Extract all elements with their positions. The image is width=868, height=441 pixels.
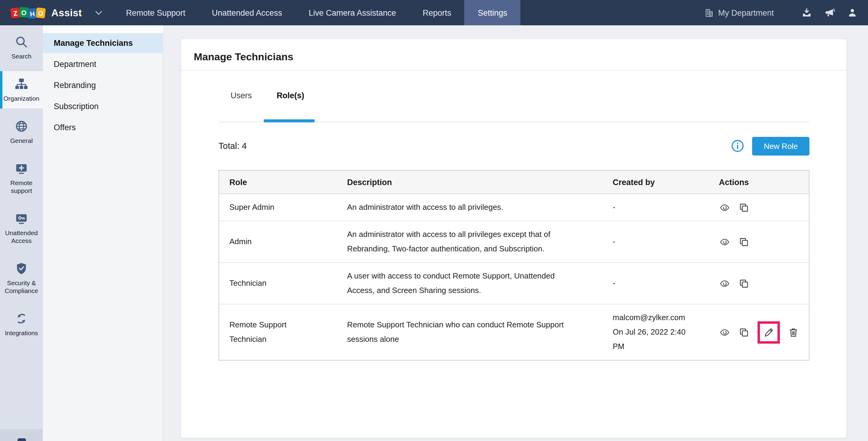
- actions-cell: [709, 236, 809, 247]
- table-row: Admin An administrator with access to al…: [219, 221, 809, 263]
- shield-check-icon: [14, 262, 28, 275]
- sync-icon: [14, 312, 28, 326]
- info-icon[interactable]: [731, 139, 745, 153]
- clone-role-icon[interactable]: [738, 236, 750, 247]
- clone-role-icon[interactable]: [738, 202, 750, 213]
- manage-technicians-card: Manage Technicians Users Role(s) Total: …: [181, 39, 847, 438]
- actions-cell: [709, 202, 809, 213]
- clone-role-icon[interactable]: [738, 327, 750, 338]
- monitor-plus-icon: [14, 162, 28, 175]
- rail-item-security-compliance[interactable]: Security & Compliance: [0, 256, 43, 301]
- created-by-cell: malcom@zylker.com On Jul 26, 2022 2:40 P…: [602, 304, 709, 360]
- tab-roles[interactable]: Role(s): [277, 90, 305, 102]
- nav-item-reports[interactable]: Reports: [409, 0, 464, 25]
- role-cell: Super Admin: [219, 194, 337, 220]
- view-role-icon[interactable]: [719, 202, 731, 213]
- settings-icon-rail: Search Organization General Remote suppo…: [0, 25, 43, 441]
- sidebar-item-manage-technicians[interactable]: Manage Technicians: [43, 33, 163, 53]
- globe-icon: [14, 120, 28, 133]
- main-nav-menu: Remote Support Unattended Access Live Ca…: [113, 0, 520, 25]
- description-cell: An administrator with access to all priv…: [337, 194, 602, 220]
- roles-toolbar: Total: 4 New Role: [218, 136, 809, 156]
- role-cell: Technician: [219, 270, 337, 297]
- view-role-icon[interactable]: [719, 327, 731, 338]
- product-name: Assist: [51, 7, 82, 19]
- main-area: Manage Technicians Users Role(s) Total: …: [163, 25, 868, 441]
- view-role-icon[interactable]: [719, 236, 731, 247]
- tab-users[interactable]: Users: [230, 90, 252, 102]
- zoho-logo-icon: Z O H O: [11, 7, 45, 18]
- new-role-button[interactable]: New Role: [752, 137, 809, 155]
- organization-sidebar: Manage Technicians Department Rebranding…: [43, 25, 163, 441]
- column-header-created-by: Created by: [602, 177, 709, 186]
- rail-label-general: General: [10, 137, 33, 145]
- sidebar-item-rebranding[interactable]: Rebranding: [43, 75, 163, 95]
- sidebar-item-department[interactable]: Department: [43, 54, 163, 74]
- created-by-cell: -: [602, 194, 709, 220]
- table-row: Remote Support Technician Remote Support…: [219, 304, 809, 360]
- rail-label-organization: Organization: [3, 95, 39, 102]
- rail-label-security-compliance: Security & Compliance: [5, 279, 38, 295]
- announcements-icon[interactable]: [823, 7, 835, 19]
- card-content: Users Role(s) Total: 4 New Role: [218, 90, 809, 361]
- chevron-down-icon[interactable]: [95, 10, 102, 15]
- page-title: Manage Technicians: [194, 51, 846, 63]
- app-root: Z O H O Assist Remote Support Unattended…: [0, 0, 868, 441]
- rail-partial-item-icon[interactable]: [18, 438, 26, 441]
- rail-label-unattended-access: Unattended Access: [5, 229, 38, 245]
- created-by-cell: -: [602, 270, 709, 297]
- description-cell: Remote Support Technician who can conduc…: [337, 312, 602, 353]
- table-header-row: Role Description Created by Actions: [219, 171, 809, 194]
- card-header: Manage Technicians: [181, 39, 846, 71]
- logo-tile-o2: O: [36, 7, 45, 19]
- org-chart-icon: [14, 77, 28, 91]
- edit-role-icon[interactable]: [763, 327, 774, 338]
- nav-item-settings[interactable]: Settings: [464, 0, 521, 25]
- sidebar-item-offers[interactable]: Offers: [43, 117, 163, 137]
- created-by-cell: -: [602, 229, 709, 255]
- rail-label-integrations: Integrations: [5, 329, 38, 337]
- rail-item-organization[interactable]: Organization: [0, 71, 43, 108]
- nav-item-remote-support[interactable]: Remote Support: [113, 0, 198, 25]
- rail-label-remote-support: Remote support: [10, 179, 33, 195]
- top-navbar: Z O H O Assist Remote Support Unattended…: [0, 0, 868, 25]
- rail-item-general[interactable]: General: [0, 113, 43, 151]
- tab-divider: [218, 122, 809, 123]
- rail-item-search[interactable]: Search: [0, 29, 43, 66]
- building-icon: [704, 7, 714, 18]
- rail-label-search: Search: [11, 53, 32, 60]
- active-tab-underline: [264, 120, 314, 123]
- clone-role-icon[interactable]: [738, 278, 750, 289]
- nav-item-unattended-access[interactable]: Unattended Access: [198, 0, 296, 25]
- zoho-assist-logo[interactable]: Z O H O Assist: [0, 0, 102, 25]
- description-cell: A user with access to conduct Remote Sup…: [337, 263, 602, 304]
- table-row: Technician A user with access to conduct…: [219, 263, 809, 304]
- column-header-actions: Actions: [709, 177, 809, 186]
- role-cell: Admin: [219, 229, 337, 255]
- logo-tile-h: H: [28, 8, 37, 19]
- navbar-right-cluster: My Department: [704, 0, 868, 25]
- column-header-description: Description: [337, 177, 602, 186]
- download-icon[interactable]: [800, 7, 812, 19]
- logo-tile-z: Z: [10, 7, 21, 18]
- sidebar-item-subscription[interactable]: Subscription: [43, 97, 163, 116]
- logo-tile-o1: O: [19, 7, 29, 18]
- toolbar-right: New Role: [731, 137, 809, 155]
- user-account-icon[interactable]: [846, 7, 858, 19]
- delete-role-icon[interactable]: [788, 327, 799, 338]
- actions-cell: [709, 278, 809, 289]
- rail-item-remote-support[interactable]: Remote support: [0, 156, 43, 201]
- department-name: My Department: [718, 8, 774, 17]
- monitor-key-icon: [14, 212, 28, 226]
- role-cell: Remote Support Technician: [219, 312, 337, 353]
- view-role-icon[interactable]: [719, 278, 731, 289]
- department-selector[interactable]: My Department: [704, 7, 774, 18]
- search-icon: [14, 35, 28, 49]
- rail-item-unattended-access[interactable]: Unattended Access: [0, 206, 43, 251]
- rail-item-integrations[interactable]: Integrations: [0, 306, 43, 343]
- table-row: Super Admin An administrator with access…: [219, 194, 809, 221]
- total-count: Total: 4: [218, 141, 247, 151]
- column-header-role: Role: [219, 177, 337, 186]
- edit-role-highlight-box: [757, 321, 780, 343]
- nav-item-live-camera-assistance[interactable]: Live Camera Assistance: [296, 0, 409, 25]
